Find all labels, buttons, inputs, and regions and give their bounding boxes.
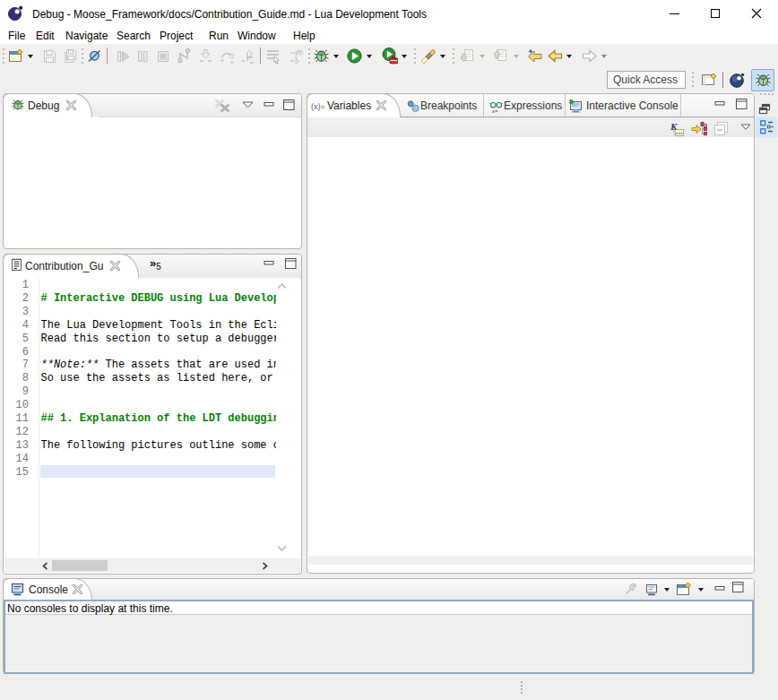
svg-text:x=: x= [492,108,498,114]
svg-text:K: K [670,121,678,132]
